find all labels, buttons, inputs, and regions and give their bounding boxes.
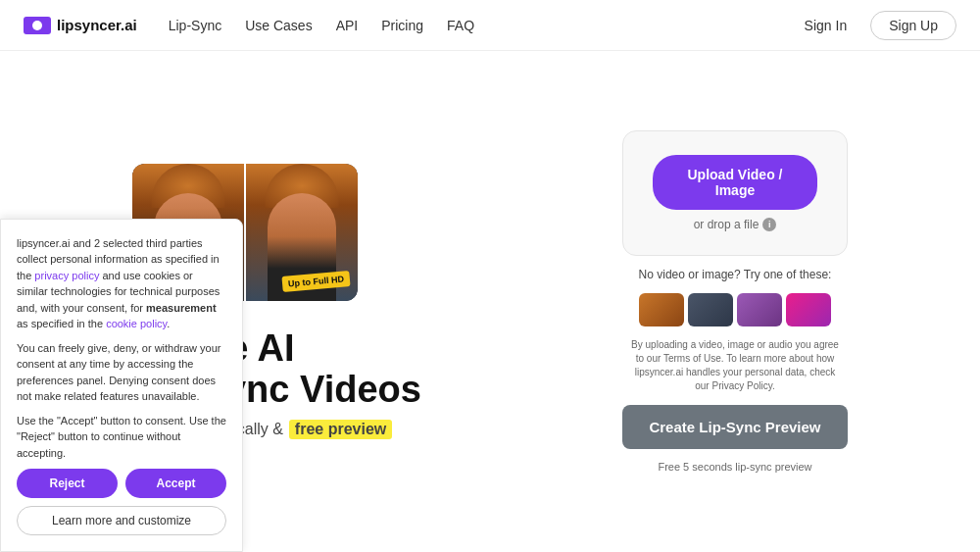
info-icon[interactable]: i <box>762 218 776 231</box>
customize-button[interactable]: Learn more and customize <box>17 506 226 535</box>
cookie-buttons: Reject Accept <box>17 469 226 498</box>
terms-text: By uploading a video, image or audio you… <box>627 338 843 393</box>
header: lipsyncer.ai Lip-Sync Use Cases API Pric… <box>0 0 980 51</box>
reject-button[interactable]: Reject <box>17 469 118 498</box>
sample-thumb-1[interactable] <box>639 293 684 326</box>
cookie-text5: You can freely give, deny, or withdraw y… <box>17 340 226 405</box>
terms-text-content: By uploading a video, image or audio you… <box>631 339 839 391</box>
hero-subtitle-highlight: free preview <box>289 420 392 439</box>
cookie-text: lipsyncer.ai and 2 selected third partie… <box>17 235 226 332</box>
sample-thumb-2[interactable] <box>688 293 733 326</box>
create-preview-button[interactable]: Create Lip-Sync Preview <box>622 405 848 449</box>
header-right: Sign In Sign Up <box>793 11 956 40</box>
logo[interactable]: lipsyncer.ai <box>24 17 137 34</box>
drop-text-label: or drop a file <box>694 218 760 231</box>
sample-thumbnails <box>639 293 831 326</box>
upload-card: Upload Video / Image or drop a file i <box>622 130 848 256</box>
signin-button[interactable]: Sign In <box>793 12 859 39</box>
logo-icon <box>24 17 51 34</box>
cookie-banner: lipsyncer.ai and 2 selected third partie… <box>0 219 243 553</box>
cookie-policy-link[interactable]: cookie policy <box>106 318 167 329</box>
cookie-text6: Use the "Accept" button to consent. Use … <box>17 413 226 462</box>
signup-button[interactable]: Sign Up <box>870 11 956 40</box>
logo-text: lipsyncer.ai <box>57 17 137 33</box>
cookie-strong1: measurement <box>146 302 217 314</box>
nav-item-api[interactable]: API <box>336 18 359 33</box>
nav-item-faq[interactable]: FAQ <box>447 18 474 33</box>
nav: Lip-Sync Use Cases API Pricing FAQ <box>169 18 474 33</box>
header-left: lipsyncer.ai Lip-Sync Use Cases API Pric… <box>24 17 474 34</box>
sample-thumb-4[interactable] <box>786 293 831 326</box>
right-section: Upload Video / Image or drop a file i No… <box>622 130 848 473</box>
cookie-privacy-link[interactable]: privacy policy <box>34 270 99 281</box>
nav-item-lipsync[interactable]: Lip-Sync <box>169 18 221 33</box>
nav-item-pricing[interactable]: Pricing <box>381 18 423 33</box>
nav-item-usecases[interactable]: Use Cases <box>245 18 312 33</box>
cookie-text3: as specified in the <box>17 318 106 329</box>
accept-button[interactable]: Accept <box>125 469 226 498</box>
cookie-text4: . <box>167 318 170 329</box>
sample-thumb-3[interactable] <box>737 293 782 326</box>
sample-label: No video or image? Try one of these: <box>639 268 832 281</box>
logo-icon-inner <box>32 21 42 30</box>
free-preview-text: Free 5 seconds lip-sync preview <box>658 461 811 473</box>
upload-button[interactable]: Upload Video / Image <box>653 155 817 210</box>
drop-text: or drop a file i <box>694 218 777 231</box>
hero-divider <box>244 164 246 301</box>
